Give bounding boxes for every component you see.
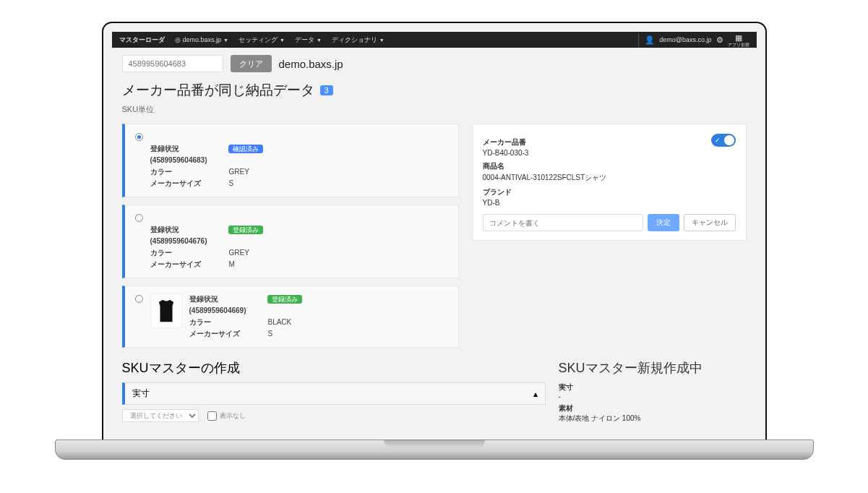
host-label: demo.baxs.jp xyxy=(183,36,222,43)
app-switcher[interactable]: ▦ アプリ切替 xyxy=(728,33,749,47)
section-subtitle: SKU単位 xyxy=(122,104,747,115)
chevron-up-icon: ▴ xyxy=(533,389,538,399)
label-brand: ブランド xyxy=(483,187,736,197)
value-color: BLACK xyxy=(267,317,302,328)
value-material: 本体/表地 ナイロン 100% xyxy=(559,413,747,424)
value-size: S xyxy=(228,178,263,189)
value-brand: YD-B xyxy=(483,199,736,207)
measure-expander[interactable]: 実寸 ▴ xyxy=(122,382,546,405)
cancel-button[interactable]: キャンセル xyxy=(684,214,736,231)
label-size: メーカーサイズ xyxy=(150,259,207,270)
sku-code: (4589959604676) xyxy=(150,236,207,247)
value-size: M xyxy=(228,259,263,270)
checkbox-input[interactable] xyxy=(207,411,217,421)
chevron-down-icon: ▼ xyxy=(223,38,228,43)
sku-radio[interactable] xyxy=(135,133,143,141)
sku-radio[interactable] xyxy=(135,295,143,303)
chevron-down-icon: ▼ xyxy=(379,38,384,43)
comment-input[interactable] xyxy=(483,214,643,231)
label-maker-no: メーカー品番 xyxy=(483,137,526,147)
sku-radio[interactable] xyxy=(135,214,143,222)
laptop-base xyxy=(55,440,814,460)
detail-panel: メーカー品番 ✓ YD-B40-030-3 商品名 0004-ANTIVAL-3… xyxy=(472,124,747,241)
user-icon: 👤 xyxy=(645,35,655,45)
label-size: メーカーサイズ xyxy=(189,328,246,340)
menu-settings[interactable]: セッティング▼ xyxy=(239,35,285,45)
submit-button[interactable]: 決定 xyxy=(648,214,679,231)
host-menu[interactable]: ◎ demo.baxs.jp ▼ xyxy=(175,36,228,43)
chevron-down-icon: ▼ xyxy=(280,38,285,43)
gear-icon[interactable]: ⚙ xyxy=(716,35,723,45)
value-product-name: 0004-ANTIVAL-310122SFCLSTシャツ xyxy=(483,173,736,183)
value-color: GREY xyxy=(228,247,263,259)
label-size: メーカーサイズ xyxy=(150,178,207,189)
sku-card[interactable]: 登録状況 (4589959604676) カラー メーカーサイズ 登録済み GR… xyxy=(122,205,459,278)
barcode-input[interactable] xyxy=(122,55,223,72)
status-badge: 登録済み xyxy=(228,226,263,234)
top-nav: マスターローダ ◎ demo.baxs.jp ▼ セッティング▼ データ▼ ディ… xyxy=(112,32,757,48)
status-badge: 確認済み xyxy=(228,145,263,153)
menu-data[interactable]: データ▼ xyxy=(295,35,322,45)
at-icon: ◎ xyxy=(175,36,181,43)
expander-label: 実寸 xyxy=(132,387,150,400)
label-material: 素材 xyxy=(559,403,747,413)
label-status: 登録状況 xyxy=(150,224,207,236)
sku-code: (4589959604669) xyxy=(189,305,246,317)
count-badge: 3 xyxy=(320,85,333,95)
value-maker-no: YD-B40-030-3 xyxy=(483,149,736,157)
check-icon: ✓ xyxy=(715,137,721,144)
sku-card[interactable]: 登録状況 (4589959604669) カラー メーカーサイズ 登録済み BL… xyxy=(122,286,459,348)
clear-button[interactable]: クリア xyxy=(231,55,272,72)
checkbox-label: 表示なし xyxy=(220,411,246,421)
sku-card[interactable]: 登録状況 (4589959604683) カラー メーカーサイズ 確認済み GR… xyxy=(122,124,459,197)
user-email: demo@baxs.co.jp xyxy=(659,36,711,43)
chevron-down-icon: ▼ xyxy=(317,38,322,43)
sku-master-create: SKUマスターの作成 実寸 ▴ 選択してください 表示なし xyxy=(122,359,546,424)
product-thumbnail xyxy=(150,293,182,328)
label-product-name: 商品名 xyxy=(483,161,736,171)
sku-list: 登録状況 (4589959604683) カラー メーカーサイズ 確認済み GR… xyxy=(122,124,459,348)
search-row: クリア demo.baxs.jp xyxy=(112,48,757,80)
label-color: カラー xyxy=(150,166,207,178)
hide-checkbox[interactable]: 表示なし xyxy=(207,409,246,422)
value-color: GREY xyxy=(228,166,263,178)
measure-select[interactable]: 選択してください xyxy=(122,409,199,422)
value-size: S xyxy=(267,328,302,340)
sku-master-creating: SKUマスター新規作成中 実寸 - 素材 本体/表地 ナイロン 100% xyxy=(559,359,747,424)
creating-title: SKUマスター新規作成中 xyxy=(559,359,747,377)
sku-code: (4589959604683) xyxy=(150,155,207,166)
status-badge: 登録済み xyxy=(267,295,302,304)
enabled-toggle[interactable]: ✓ xyxy=(711,134,736,147)
label-measure: 実寸 xyxy=(559,382,747,393)
user-area[interactable]: 👤 demo@baxs.co.jp ⚙ ▦ アプリ切替 xyxy=(638,33,749,47)
app-brand: マスターローダ xyxy=(119,35,165,45)
label-color: カラー xyxy=(150,247,207,259)
label-status: 登録状況 xyxy=(150,143,207,155)
section-title: メーカー品番が同じ納品データ xyxy=(122,81,314,100)
create-title: SKUマスターの作成 xyxy=(122,359,546,377)
domain-label: demo.baxs.jp xyxy=(279,58,343,70)
label-status: 登録状況 xyxy=(189,293,246,305)
menu-dictionary[interactable]: ディクショナリ▼ xyxy=(332,35,384,45)
label-color: カラー xyxy=(189,317,246,328)
section-header: メーカー品番が同じ納品データ 3 SKU単位 xyxy=(112,80,757,119)
value-measure: - xyxy=(559,393,747,400)
grid-icon: ▦ xyxy=(735,33,742,43)
